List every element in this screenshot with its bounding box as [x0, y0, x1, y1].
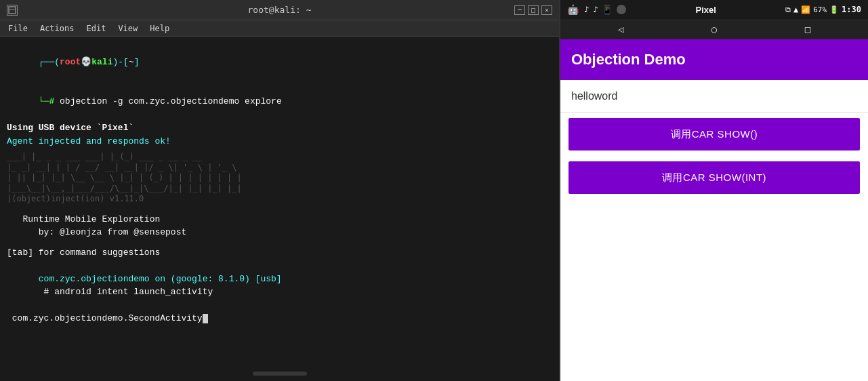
terminal-line: └─# objection -g com.zyc.objectiondemo e…: [7, 82, 552, 122]
terminal-cursor: [203, 314, 208, 323]
music-icon2: ♪: [593, 5, 598, 14]
battery-percentage: 67%: [813, 5, 827, 14]
car-show-button[interactable]: 调用CAR SHOW(): [569, 118, 860, 151]
menu-actions[interactable]: Actions: [35, 22, 80, 35]
terminal-window-buttons[interactable]: ─ □ ✕: [514, 5, 552, 15]
terminal-title: root@kali: ~: [248, 5, 312, 15]
terminal-line: Using USB device `Pixel`: [7, 121, 552, 135]
terminal-titlebar: root@kali: ~ ─ □ ✕: [0, 0, 559, 20]
phone-nav-bar: ◁ ○ □: [560, 19, 868, 39]
terminal-line: Agent injected and responds ok!: [7, 135, 552, 148]
status-bar-center: Pixel: [626, 5, 785, 15]
phone-status-bar: 🤖 ♪ ♪ 📱 Pixel ⧉ ▲ 📶 67% 🔋 1:30: [560, 0, 868, 19]
status-bar-right: ⧉ ▲ 📶 67% 🔋 1:30: [785, 5, 861, 14]
terminal-line: [tab] for command suggestions: [7, 246, 552, 260]
signal-icon: 📶: [801, 5, 810, 14]
terminal-line: com.zyc.objectiondemo.SecondActivity: [7, 312, 552, 325]
app-title: Objection Demo: [571, 51, 686, 68]
music-icon: ♪: [584, 5, 589, 14]
phone-bottom-space: [560, 199, 868, 381]
car-show-button-label: 调用CAR SHOW(): [671, 128, 758, 141]
phone-app-header: Objection Demo: [560, 39, 868, 80]
text-field-value: helloword: [571, 90, 617, 102]
android-icon: 🤖: [567, 4, 579, 15]
minimize-button[interactable]: ─: [514, 5, 525, 15]
device-name: Pixel: [696, 5, 716, 15]
close-button[interactable]: ✕: [541, 5, 552, 15]
back-nav-icon[interactable]: ◁: [618, 24, 623, 35]
phone-text-field[interactable]: helloword: [560, 80, 868, 113]
terminal-window-controls: [7, 5, 18, 16]
menu-file[interactable]: File: [3, 22, 33, 35]
wifi-icon: ▲: [793, 5, 798, 14]
terminal-menubar: File Actions Edit View Help: [0, 20, 559, 37]
home-nav-icon[interactable]: ○: [711, 24, 717, 35]
car-show-int-button-label: 调用CAR SHOW(INT): [662, 172, 766, 184]
terminal-line: Runtime Mobile Exploration: [7, 213, 552, 226]
terminal-app-icon: [7, 5, 18, 16]
car-show-int-button[interactable]: 调用CAR SHOW(INT): [569, 161, 860, 194]
phone-panel: 🤖 ♪ ♪ 📱 Pixel ⧉ ▲ 📶 67% 🔋 1:30 ◁ ○: [559, 0, 868, 381]
terminal-line: ┌──(root💀kali)-[~]: [7, 42, 552, 82]
status-bar-left: 🤖 ♪ ♪ 📱: [567, 4, 626, 15]
phone-icon: 📱: [602, 5, 613, 15]
recents-nav-icon[interactable]: □: [805, 24, 810, 35]
terminal-line: com.zyc.objectiondemo on (google: 8.1.0)…: [7, 259, 552, 312]
svg-rect-0: [9, 7, 16, 14]
terminal-line: by: @leonjza from @sensepost: [7, 226, 552, 239]
terminal-body[interactable]: ┌──(root💀kali)-[~] └─# objection -g com.…: [0, 37, 559, 381]
menu-view[interactable]: View: [112, 22, 143, 35]
battery-icon: 🔋: [829, 5, 839, 14]
maximize-button[interactable]: □: [528, 5, 539, 15]
terminal-panel: root@kali: ~ ─ □ ✕ File Actions Edit Vie…: [0, 0, 559, 381]
scroll-indicator: [253, 372, 307, 376]
copy-icon: ⧉: [785, 5, 791, 14]
menu-help[interactable]: Help: [144, 22, 175, 35]
menu-edit[interactable]: Edit: [81, 22, 111, 35]
ascii-art: ___| |_ _ _ ___ ___| |_(_) ___ _ __ _ __…: [7, 152, 552, 205]
status-time: 1:30: [842, 5, 861, 14]
phone-content: helloword 调用CAR SHOW() 调用CAR SHOW(INT): [560, 80, 868, 381]
circle-icon: [617, 5, 626, 14]
